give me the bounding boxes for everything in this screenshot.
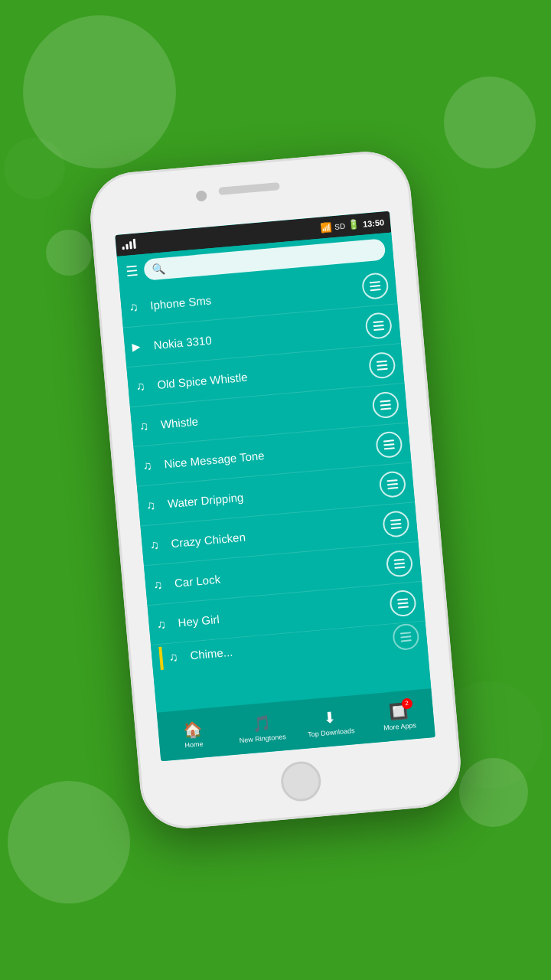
menu-lines-icon: [373, 320, 384, 330]
menu-lines-icon: [386, 479, 398, 489]
song-menu-button[interactable]: [378, 470, 406, 498]
song-menu-button[interactable]: [364, 312, 393, 340]
nav-item-new-ringtones[interactable]: 🎵 New Ringtones: [227, 710, 298, 745]
time-display: 13:50: [363, 217, 385, 228]
status-left-icons: [122, 240, 136, 250]
song-title: Nice Message Tone: [164, 439, 377, 470]
phone-screen: 📶 SD 🔋 13:50 ☰ 🔍 ♫ Iphone Sms: [115, 211, 435, 762]
menu-lines-icon: [377, 360, 388, 370]
song-menu-button[interactable]: [371, 390, 399, 419]
search-icon: 🔍: [152, 262, 165, 276]
nav-item-more-apps[interactable]: 🔲 2 More Apps: [364, 699, 435, 733]
menu-lines-icon: [380, 400, 391, 410]
song-title: Crazy Chicken: [171, 518, 383, 550]
play-icon: ▶: [132, 338, 154, 353]
music-note-icon: ♫: [168, 648, 191, 664]
song-menu-button[interactable]: [368, 351, 396, 379]
song-menu-button[interactable]: [361, 272, 390, 300]
music-note-icon: ♫: [135, 377, 158, 393]
more-apps-badge: 2: [401, 697, 412, 709]
song-menu-button[interactable]: [382, 510, 410, 538]
nav-label-new-ringtones: New Ringtones: [239, 733, 286, 744]
music-note-icon: ♫: [129, 299, 151, 314]
song-title: Car Lock: [174, 558, 386, 590]
menu-lines-icon: [370, 281, 381, 291]
music-note-icon: ♫: [142, 457, 165, 472]
wifi-icon: 📶: [320, 221, 332, 233]
nav-label-top-downloads: Top Downloads: [308, 727, 355, 738]
yellow-accent: [158, 646, 164, 669]
music-note-icon: ♫: [145, 497, 168, 512]
music-note-icon: ♫: [149, 537, 171, 552]
sd-icon: SD: [334, 221, 346, 230]
song-title: Iphone Sms: [150, 280, 363, 312]
home-icon: 🏠: [182, 719, 203, 739]
menu-lines-icon: [393, 558, 405, 568]
more-apps-icon: 🔲 2: [388, 701, 409, 721]
nav-label-home: Home: [184, 740, 204, 749]
song-menu-button[interactable]: [389, 589, 417, 617]
song-list: ♫ Iphone Sms ▶ Nokia 3310: [119, 264, 431, 712]
song-title: Hey Girl: [178, 598, 390, 629]
song-title: Nokia 3310: [153, 320, 366, 351]
song-menu-button[interactable]: [375, 430, 403, 459]
song-title: Water Dripping: [167, 479, 380, 510]
nav-item-home[interactable]: 🏠 Home: [158, 717, 229, 751]
menu-lines-icon: [397, 598, 409, 608]
phone-device: 📶 SD 🔋 13:50 ☰ 🔍 ♫ Iphone Sms: [86, 148, 464, 831]
menu-lines-icon: [383, 439, 395, 449]
song-title: Old Spice Whistle: [157, 360, 370, 391]
nav-label-more-apps: More Apps: [383, 721, 417, 732]
music-note-icon: ♫: [139, 417, 161, 433]
music-note-icon: ♫: [152, 576, 174, 591]
top-downloads-icon: ⬇: [323, 707, 337, 727]
menu-icon[interactable]: ☰: [125, 263, 139, 280]
menu-lines-icon: [390, 518, 402, 528]
menu-lines-icon: [400, 632, 412, 642]
music-note-icon: ♫: [156, 616, 178, 631]
nav-item-top-downloads[interactable]: ⬇ Top Downloads: [295, 705, 366, 740]
signal-icon: [122, 240, 136, 250]
song-menu-button[interactable]: [386, 549, 414, 577]
status-right-icons: 📶 SD 🔋 13:50: [320, 217, 385, 233]
battery-icon: 🔋: [347, 219, 360, 230]
new-ringtones-icon: 🎵: [251, 713, 272, 733]
song-title: Whistle: [160, 400, 373, 431]
song-menu-button-partial[interactable]: [392, 622, 420, 651]
